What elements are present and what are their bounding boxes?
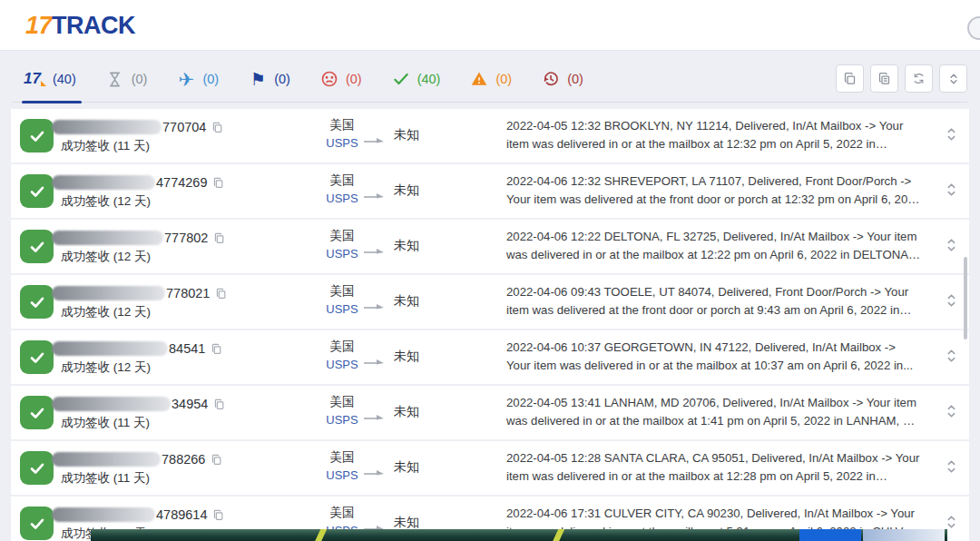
tab-count: (0) — [202, 72, 219, 86]
origin-country: 美国 — [320, 283, 364, 300]
tracking-number-line: 4789614 — [52, 507, 224, 523]
expand-row-icon[interactable] — [946, 349, 956, 367]
logo-17-icon: 17 — [24, 70, 46, 88]
tracking-number-suffix: 788266 — [162, 452, 205, 467]
status-text: 成功签收 (11 天) — [61, 415, 150, 431]
status-text: 成功签收 (12 天) — [61, 249, 151, 265]
status-text: 成功签收 (12 天) — [61, 304, 151, 320]
destination: 未知 — [394, 127, 419, 143]
carrier-col: 美国 USPS — [320, 339, 364, 371]
destination: 未知 — [394, 459, 419, 476]
carrier-name[interactable]: USPS — [320, 358, 364, 371]
history-icon — [541, 69, 561, 89]
tab-expired[interactable]: (0) — [526, 56, 598, 102]
tab-all[interactable]: 17 (40) — [13, 56, 91, 102]
table-row[interactable]: 34954 成功签收 (11 天) 美国 USPS 未知 2022-04-05 … — [11, 386, 969, 439]
masked-tracking-number — [52, 231, 163, 245]
expand-row-icon[interactable] — [946, 127, 956, 145]
status-text: 成功签收 (12 天) — [61, 193, 151, 210]
route-arrow-icon — [363, 465, 385, 481]
tracking-number-line: 778021 — [52, 285, 227, 301]
latest-tracking-event: 2022-04-05 12:28 SANTA CLARA, CA 95051, … — [506, 449, 922, 486]
masked-tracking-number — [52, 507, 155, 522]
copy-icon[interactable] — [213, 398, 225, 410]
latest-tracking-event: 2022-04-05 12:32 BROOKLYN, NY 11214, Del… — [506, 117, 922, 153]
tracking-number-suffix: 4789614 — [156, 507, 207, 522]
masked-tracking-number — [52, 175, 155, 190]
carrier-col: 美国 USPS — [320, 449, 364, 482]
carrier-name[interactable]: USPS — [320, 302, 364, 316]
flag-icon: ⚑ — [248, 69, 268, 89]
tracking-number-suffix: 777802 — [164, 231, 208, 245]
tab-count: (0) — [346, 72, 362, 86]
masked-tracking-number — [52, 452, 161, 467]
destination: 未知 — [394, 349, 419, 365]
expand-row-icon[interactable] — [946, 404, 956, 422]
sort-button[interactable] — [939, 64, 967, 93]
copy-list-button[interactable] — [870, 64, 898, 93]
copy-icon[interactable] — [212, 177, 224, 189]
origin-country: 美国 — [320, 117, 364, 133]
tab-pick-up[interactable]: ⚑ (0) — [233, 56, 305, 102]
bottom-banner — [91, 529, 947, 541]
route-arrow-icon — [363, 299, 385, 315]
table-row[interactable]: 777802 成功签收 (12 天) 美国 USPS 未知 2022-04-06… — [11, 220, 969, 273]
refresh-button[interactable] — [905, 64, 933, 93]
table-row[interactable]: 788266 成功签收 (11 天) 美国 USPS 未知 2022-04-05… — [11, 441, 969, 495]
copy-icon[interactable] — [215, 288, 227, 300]
tab-in-transit[interactable]: ✈ (0) — [162, 56, 233, 102]
tab-count: (0) — [132, 72, 148, 86]
sad-face-icon — [319, 69, 339, 89]
carrier-name[interactable]: USPS — [320, 136, 364, 150]
expand-row-icon[interactable] — [946, 459, 956, 477]
origin-country: 美国 — [320, 505, 364, 521]
route-arrow-icon — [363, 188, 385, 204]
tab-count: (0) — [274, 72, 290, 86]
delivered-check-badge — [20, 119, 54, 152]
carrier-name[interactable]: USPS — [320, 413, 364, 427]
latest-tracking-event: 2022-04-06 10:37 GEORGETOWN, IN 47122, D… — [506, 339, 922, 375]
table-row[interactable]: 770704 成功签收 (11 天) 美国 USPS 未知 2022-04-05… — [11, 109, 969, 162]
17track-logo[interactable]: 17TRACK — [25, 12, 135, 40]
copy-button[interactable] — [836, 64, 864, 93]
tab-not-found[interactable]: (0) — [91, 56, 162, 102]
carrier-name[interactable]: USPS — [320, 468, 364, 482]
tab-undelivered[interactable]: (0) — [305, 56, 377, 102]
copy-icon[interactable] — [213, 232, 225, 244]
copy-icon[interactable] — [211, 454, 222, 466]
table-row[interactable]: 84541 成功签收 (12 天) 美国 USPS 未知 2022-04-06 … — [11, 330, 969, 384]
expand-row-icon[interactable] — [946, 238, 956, 256]
destination: 未知 — [394, 182, 419, 199]
latest-tracking-event: 2022-04-06 12:22 DELTONA, FL 32725, Deli… — [506, 228, 922, 264]
warning-icon — [469, 69, 489, 89]
tab-count: (0) — [495, 72, 512, 86]
tab-count: (40) — [53, 72, 76, 86]
carrier-col: 美国 USPS — [320, 117, 364, 150]
copy-icon[interactable] — [211, 343, 222, 355]
expand-row-icon[interactable] — [946, 515, 956, 533]
carrier-col: 美国 USPS — [320, 172, 364, 205]
expand-row-icon[interactable] — [946, 182, 956, 201]
table-row[interactable]: 4774269 成功签收 (12 天) 美国 USPS 未知 2022-04-0… — [11, 164, 969, 218]
avatar[interactable] — [967, 16, 980, 40]
delivered-check-badge — [20, 340, 54, 374]
delivered-check-badge — [20, 451, 54, 485]
tracking-number-line: 777802 — [52, 230, 225, 246]
copy-icon[interactable] — [212, 509, 224, 521]
status-text: 成功签收 (11 天) — [61, 138, 150, 154]
expand-row-icon[interactable] — [946, 293, 956, 311]
tab-delivered[interactable]: (40) — [377, 56, 456, 102]
banner-badge-light — [863, 529, 945, 541]
tab-alert[interactable]: (0) — [455, 56, 526, 102]
hourglass-icon — [105, 69, 125, 89]
scrollbar-thumb[interactable] — [964, 257, 967, 339]
carrier-name[interactable]: USPS — [320, 192, 364, 205]
copy-icon[interactable] — [211, 122, 223, 133]
tracking-number-suffix: 770704 — [162, 120, 206, 134]
tracking-number-suffix: 34954 — [172, 397, 208, 411]
logo-17: 17 — [25, 12, 52, 39]
table-row[interactable]: 778021 成功签收 (12 天) 美国 USPS 未知 2022-04-06… — [11, 275, 969, 329]
tracking-number-suffix: 84541 — [169, 341, 205, 356]
origin-country: 美国 — [320, 394, 364, 410]
carrier-name[interactable]: USPS — [320, 247, 364, 261]
